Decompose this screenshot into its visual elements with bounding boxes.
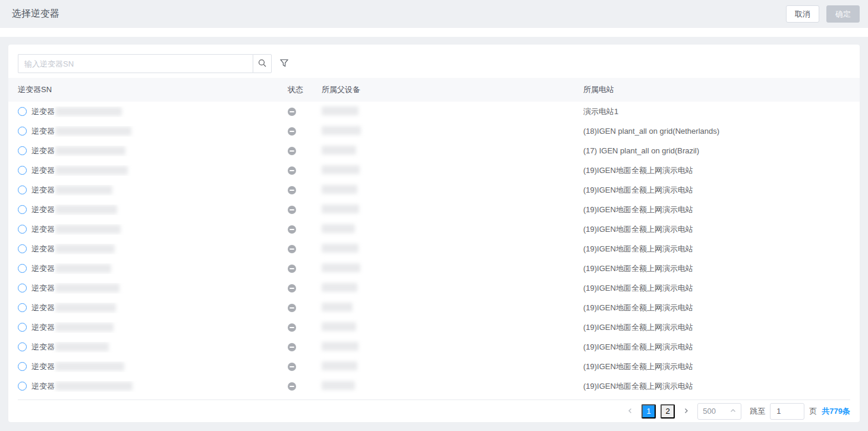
parent-device-cell xyxy=(322,322,583,333)
row-sn-label: 逆变器 xyxy=(32,283,55,294)
row-sn-label: 逆变器 xyxy=(32,263,55,274)
filter-funnel-icon xyxy=(280,59,288,69)
sn-cell: 逆变器 xyxy=(18,322,288,333)
header-actions: 取消 确定 xyxy=(786,5,860,23)
sn-cell: 逆变器 xyxy=(18,283,288,294)
row-radio[interactable] xyxy=(18,244,27,253)
status-cell xyxy=(288,147,322,155)
table-row: 逆变器 (19)IGEN地面全额上网演示电站 xyxy=(8,219,860,239)
row-radio[interactable] xyxy=(18,225,27,234)
chevron-up-icon xyxy=(730,407,736,416)
status-cell xyxy=(288,304,322,312)
row-radio[interactable] xyxy=(18,166,27,175)
status-offline-icon xyxy=(288,284,296,292)
sn-redacted-blur xyxy=(55,323,114,332)
status-offline-icon xyxy=(288,186,296,194)
sn-redacted-blur xyxy=(55,107,122,116)
page-button-2[interactable]: 2 xyxy=(661,404,675,419)
table-row: 逆变器 (19)IGEN地面全额上网演示电站 xyxy=(8,376,860,396)
row-radio[interactable] xyxy=(18,146,27,155)
column-header-sn: 逆变器SN xyxy=(18,84,288,95)
status-offline-icon xyxy=(288,225,296,234)
page-unit-label: 页 xyxy=(809,406,817,417)
parent-device-redacted-blur xyxy=(322,322,356,331)
header-divider xyxy=(0,28,868,37)
status-cell xyxy=(288,382,322,391)
row-radio[interactable] xyxy=(18,323,27,332)
page-button-1[interactable]: 1 xyxy=(641,404,656,419)
search-input[interactable] xyxy=(18,54,253,73)
sn-cell: 逆变器 xyxy=(18,106,288,117)
status-cell xyxy=(288,265,322,273)
parent-device-cell xyxy=(322,263,583,274)
parent-device-redacted-blur xyxy=(322,205,359,213)
status-cell xyxy=(288,225,322,234)
cancel-button[interactable]: 取消 xyxy=(786,5,819,23)
parent-device-cell xyxy=(322,381,583,392)
parent-device-redacted-blur xyxy=(322,185,357,194)
row-radio[interactable] xyxy=(18,284,27,292)
search-button[interactable] xyxy=(253,54,272,73)
row-sn-label: 逆变器 xyxy=(32,381,55,392)
parent-device-redacted-blur xyxy=(322,263,360,272)
status-offline-icon xyxy=(288,323,296,332)
row-station: (19)IGEN地面全额上网演示电站 xyxy=(583,205,850,215)
parent-device-cell xyxy=(322,205,583,215)
row-sn-label: 逆变器 xyxy=(32,361,55,372)
row-station: (19)IGEN地面全额上网演示电站 xyxy=(583,342,850,353)
row-radio[interactable] xyxy=(18,362,27,371)
search-row xyxy=(18,54,850,73)
table-row: 逆变器 (19)IGEN地面全额上网演示电站 xyxy=(8,357,860,376)
sn-redacted-blur xyxy=(55,382,133,391)
sn-redacted-blur xyxy=(55,205,117,214)
filter-button[interactable] xyxy=(275,54,293,73)
row-station: (19)IGEN地面全额上网演示电站 xyxy=(583,263,850,274)
parent-device-redacted-blur xyxy=(322,106,358,115)
table-row: 逆变器 (19)IGEN地面全额上网演示电站 xyxy=(8,317,860,337)
row-station: (19)IGEN地面全额上网演示电站 xyxy=(583,165,850,176)
search-icon xyxy=(258,59,266,69)
row-radio[interactable] xyxy=(18,382,27,391)
sn-cell: 逆变器 xyxy=(18,126,288,137)
sn-redacted-blur xyxy=(55,225,121,234)
table-row: 逆变器 (19)IGEN地面全额上网演示电站 xyxy=(8,259,860,278)
table-row: 逆变器 (18)IGEN plant_all on grid(Netherlan… xyxy=(8,121,860,141)
jump-page-input[interactable] xyxy=(770,403,804,420)
prev-page-button[interactable] xyxy=(624,404,637,419)
table-row: 逆变器 (19)IGEN地面全额上网演示电站 xyxy=(8,180,860,200)
row-radio[interactable] xyxy=(18,342,27,351)
row-radio[interactable] xyxy=(18,303,27,312)
row-sn-label: 逆变器 xyxy=(32,322,55,333)
sn-cell: 逆变器 xyxy=(18,381,288,392)
status-offline-icon xyxy=(288,127,296,136)
row-station: (19)IGEN地面全额上网演示电站 xyxy=(583,185,850,196)
row-sn-label: 逆变器 xyxy=(32,244,55,254)
row-radio[interactable] xyxy=(18,127,27,136)
parent-device-cell xyxy=(322,224,583,235)
status-offline-icon xyxy=(288,363,296,371)
page-size-select[interactable]: 500 xyxy=(697,403,741,420)
confirm-button[interactable]: 确定 xyxy=(826,5,860,23)
row-radio[interactable] xyxy=(18,264,27,273)
page-size-value: 500 xyxy=(703,407,716,416)
row-radio[interactable] xyxy=(18,185,27,194)
row-radio[interactable] xyxy=(18,205,27,214)
table-row: 逆变器 (19)IGEN地面全额上网演示电站 xyxy=(8,337,860,357)
status-cell xyxy=(288,127,322,136)
table-row: 逆变器 (19)IGEN地面全额上网演示电站 xyxy=(8,278,860,298)
status-cell xyxy=(288,186,322,194)
sn-cell: 逆变器 xyxy=(18,165,288,176)
row-radio[interactable] xyxy=(18,107,27,116)
status-cell xyxy=(288,166,322,175)
parent-device-redacted-blur xyxy=(322,381,355,390)
row-station: (18)IGEN plant_all on grid(Netherlands) xyxy=(583,127,850,136)
row-station: (19)IGEN地面全额上网演示电站 xyxy=(583,244,850,254)
sn-redacted-blur xyxy=(55,284,119,292)
parent-device-cell xyxy=(322,361,583,372)
status-offline-icon xyxy=(288,245,296,253)
sn-redacted-blur xyxy=(55,264,111,273)
status-cell xyxy=(288,284,322,292)
next-page-button[interactable] xyxy=(680,404,693,419)
row-sn-label: 逆变器 xyxy=(32,224,55,235)
row-sn-label: 逆变器 xyxy=(32,165,55,176)
